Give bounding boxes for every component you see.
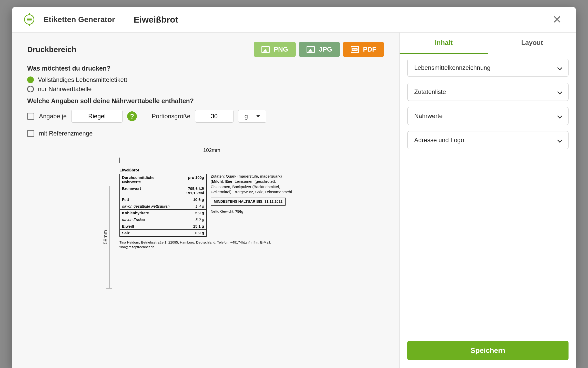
- radio-full-label-row[interactable]: Vollständiges Lebensmitteletikett: [27, 76, 384, 83]
- question-what-print: Was möchtest du drucken?: [27, 65, 384, 72]
- export-pdf-button[interactable]: PDF: [343, 42, 384, 57]
- nutr-row-value: 1,4 g: [196, 204, 204, 208]
- checkbox-angabe-je[interactable]: [27, 113, 34, 120]
- accordion-nutrition[interactable]: Nährwerte: [407, 107, 569, 125]
- accordion-label: Nährwerte: [414, 112, 443, 120]
- nutr-row-key: Eiweiß: [122, 224, 134, 228]
- nutr-row-value: 3,2 g: [196, 217, 204, 222]
- best-before-box: MINDESTENS HALTBAR BIS: 31.12.2022: [211, 198, 286, 206]
- angabe-je-input[interactable]: [71, 110, 123, 123]
- radio-nutrition-only-row[interactable]: nur Nährwerttabelle: [27, 85, 384, 93]
- dimension-width-value: 102mm: [203, 147, 220, 153]
- label-generator-modal: Etiketten Generator Eiweißbrot ✕ Druckbe…: [12, 7, 576, 368]
- chevron-down-icon: [557, 89, 562, 94]
- app-title: Etiketten Generator: [44, 15, 115, 24]
- image-icon: [261, 46, 270, 53]
- export-pdf-label: PDF: [363, 45, 376, 53]
- pdf-icon: [351, 46, 359, 53]
- modal-body: Druckbereich PNG JPG PDF Was möchtest du…: [12, 33, 576, 368]
- angabe-je-label: Angabe je: [39, 113, 67, 120]
- portion-size-input[interactable]: [195, 110, 234, 123]
- ingredients-block: Zutaten: Quark (magerstufe, magerquark) …: [211, 174, 295, 237]
- save-button[interactable]: Speichern: [407, 341, 569, 360]
- nutr-header-left: Durchschnittliche Nährwerte: [122, 175, 166, 184]
- checkbox-reference-amount[interactable]: [27, 130, 34, 137]
- portion-size-label: Portionsgröße: [152, 113, 190, 120]
- accordion-food-labeling[interactable]: Lebensmittelkennzeichnung: [407, 59, 569, 77]
- export-png-label: PNG: [274, 45, 288, 53]
- divider: [124, 13, 124, 26]
- nutr-row-value: 0,9 g: [195, 231, 204, 235]
- caret-down-icon: [256, 115, 260, 118]
- radio-unselected-icon: [27, 86, 34, 92]
- chevron-down-icon: [557, 65, 562, 70]
- accordion-label: Zutatenliste: [414, 88, 446, 95]
- unit-select[interactable]: g: [238, 110, 266, 123]
- label-preview-wrap: 102mm 58mm Eiweißbrot Durchschnittlic: [27, 150, 384, 249]
- preview-product-title: Eiweißbrot: [119, 168, 304, 172]
- image-icon: [307, 46, 315, 53]
- dimension-height: 58mm: [104, 186, 114, 288]
- nutr-row-value: 795,6 kJ/ 191,1 kcal: [186, 186, 204, 195]
- accordion-address-logo[interactable]: Adresse und Logo: [407, 131, 569, 149]
- nutr-row-key: Salz: [122, 231, 130, 235]
- close-button[interactable]: ✕: [550, 13, 564, 26]
- tab-content[interactable]: Inhalt: [400, 33, 488, 54]
- section-title: Druckbereich: [27, 45, 76, 54]
- chevron-down-icon: [557, 113, 562, 119]
- net-weight-value: 756g: [235, 209, 244, 214]
- unit-value: g: [245, 113, 248, 120]
- help-icon[interactable]: ?: [127, 111, 137, 121]
- nutr-row-value: 15,1 g: [193, 224, 204, 228]
- nutrition-table: Durchschnittliche Nährwerte pro 100g Bre…: [119, 174, 207, 237]
- dimension-width: 102mm: [119, 150, 304, 160]
- export-png-button[interactable]: PNG: [254, 42, 296, 57]
- chevron-down-icon: [557, 138, 562, 143]
- nutr-row-key: davon gesättigte Fettsäuren: [122, 204, 170, 208]
- right-pane: Inhalt Layout Lebensmittelkennzeichnung …: [399, 33, 576, 368]
- recipe-title: Eiweißbrot: [134, 15, 178, 25]
- nutr-row-value: 10,6 g: [193, 197, 204, 202]
- nutr-row-value: 5,9 g: [195, 211, 204, 215]
- nutr-row-key: davon Zucker: [122, 217, 145, 222]
- app-logo-icon: [24, 14, 34, 25]
- label-preview: Eiweißbrot Durchschnittliche Nährwerte p…: [119, 168, 304, 249]
- ingredients-text: Zutaten: Quark (magerstufe, magerquark) …: [211, 174, 295, 195]
- nutr-header-right: pro 100g: [188, 175, 204, 184]
- export-buttons: PNG JPG PDF: [254, 42, 384, 57]
- accordion-ingredients[interactable]: Zutatenliste: [407, 83, 569, 101]
- export-jpg-button[interactable]: JPG: [299, 42, 340, 57]
- mhd-label: MINDESTENS HALTBAR BIS:: [214, 199, 263, 204]
- question-nutrition-contents: Welche Angaben soll deine Nährwerttabell…: [27, 97, 384, 105]
- nutr-row-key: Kohlenhydrate: [122, 211, 149, 215]
- dimension-height-value: 58mm: [103, 230, 108, 244]
- accordion-label: Lebensmittelkennzeichnung: [414, 64, 491, 71]
- tab-layout[interactable]: Layout: [488, 33, 576, 54]
- radio-full-label-text: Vollständiges Lebensmitteletikett: [38, 76, 127, 83]
- nutr-row-key: Brennwert: [122, 186, 141, 195]
- reference-amount-label: mit Referenzmenge: [39, 130, 93, 137]
- modal-header: Etiketten Generator Eiweißbrot ✕: [12, 7, 576, 33]
- mhd-value: 31.12.2022: [265, 199, 282, 204]
- accordion-list: Lebensmittelkennzeichnung Zutatenliste N…: [400, 54, 576, 335]
- address-line: Tina Heidorn, Betriebsstraße 1, 22085, H…: [119, 240, 294, 249]
- export-jpg-label: JPG: [319, 45, 332, 53]
- tabs: Inhalt Layout: [400, 33, 576, 54]
- radio-selected-icon: [27, 76, 34, 83]
- nutr-row-key: Fett: [122, 197, 129, 202]
- net-weight: Netto Gewicht: 756g: [211, 209, 295, 214]
- radio-nutrition-only-text: nur Nährwerttabelle: [38, 85, 92, 93]
- net-weight-label: Netto Gewicht:: [211, 209, 234, 214]
- left-pane: Druckbereich PNG JPG PDF Was möchtest du…: [12, 33, 399, 368]
- accordion-label: Adresse und Logo: [414, 137, 464, 144]
